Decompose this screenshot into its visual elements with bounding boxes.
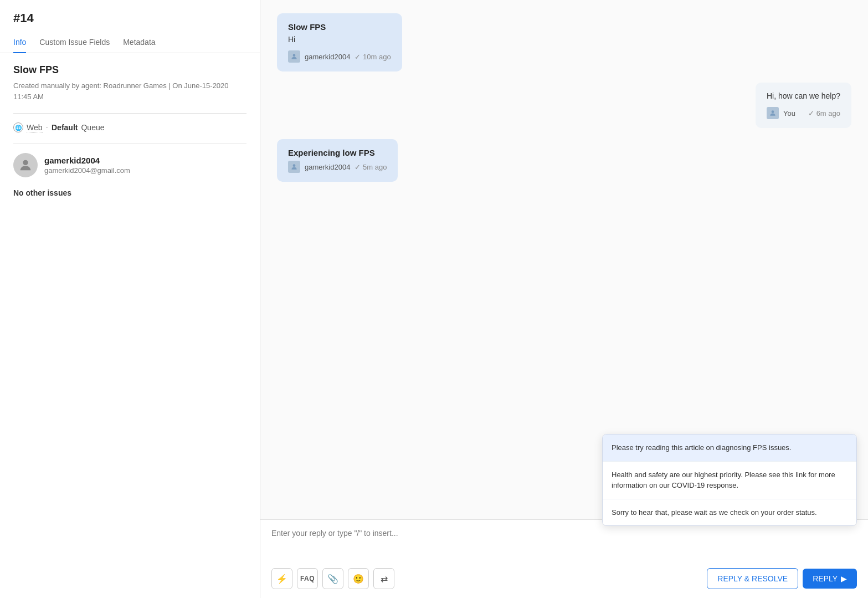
- tab-info[interactable]: Info: [13, 32, 26, 53]
- source-row: 🌐 Web · Default Queue: [13, 122, 246, 132]
- svg-point-2: [772, 110, 774, 113]
- tab-custom-fields[interactable]: Custom Issue Fields: [39, 32, 110, 53]
- message-2-body: Hi, how can we help?: [767, 91, 840, 100]
- faq-button[interactable]: FAQ: [297, 568, 318, 589]
- message-3-user-icon: [288, 161, 300, 173]
- check-icon-2: ✓: [808, 109, 814, 117]
- reply-resolve-button[interactable]: REPLY & RESOLVE: [707, 568, 798, 589]
- svg-point-3: [293, 164, 296, 167]
- message-1-body: Hi: [288, 35, 391, 44]
- message-3-time: ✓ 5m ago: [355, 163, 387, 171]
- message-2-time: ✓ 6m ago: [808, 109, 840, 117]
- sidebar: #14 Info Custom Issue Fields Metadata Sl…: [0, 0, 260, 598]
- message-1-title: Slow FPS: [288, 22, 391, 32]
- source-label: Web: [27, 123, 43, 132]
- message-3-title: Experiencing low FPS: [288, 148, 387, 157]
- reply-area: ⚡ FAQ 📎 🙂 ⇄ REPLY & RESOLVE REPLY ▶: [260, 519, 868, 598]
- divider-1: [13, 113, 246, 114]
- message-2-footer: You ✓ 6m ago: [767, 107, 840, 119]
- issue-title: Slow FPS: [13, 64, 246, 76]
- tab-metadata[interactable]: Metadata: [123, 32, 155, 53]
- issue-number: #14: [0, 0, 260, 32]
- no-other-issues: No other issues: [13, 188, 246, 197]
- suggestion-1[interactable]: Please try reading this article on diagn…: [603, 435, 856, 462]
- message-3-footer: gamerkid2004 ✓ 5m ago: [288, 161, 387, 173]
- svg-point-0: [23, 160, 28, 165]
- message-2: Hi, how can we help? You ✓ 6m ago: [756, 83, 851, 128]
- emoji-button[interactable]: 🙂: [348, 568, 369, 589]
- lightning-button[interactable]: ⚡: [271, 568, 292, 589]
- dot-separator: ·: [46, 122, 48, 132]
- message-1-time: ✓ 10m ago: [355, 53, 391, 61]
- avatar: [13, 153, 38, 177]
- suggestions-dropdown: Please try reading this article on diagn…: [602, 434, 857, 526]
- web-icon: 🌐: [13, 122, 23, 132]
- svg-point-1: [293, 54, 296, 57]
- customer-name: gamerkid2004: [44, 156, 130, 165]
- reply-button[interactable]: REPLY ▶: [803, 569, 857, 589]
- sidebar-content: Slow FPS Created manually by agent: Road…: [0, 53, 260, 208]
- reply-toolbar: ⚡ FAQ 📎 🙂 ⇄ REPLY & RESOLVE REPLY ▶: [271, 568, 857, 589]
- message-3-username: gamerkid2004: [305, 163, 350, 171]
- customer-row: gamerkid2004 gamerkid2004@gmail.com: [13, 153, 246, 177]
- transfer-button[interactable]: ⇄: [373, 568, 394, 589]
- customer-email: gamerkid2004@gmail.com: [44, 166, 130, 175]
- queue-bold: Default: [52, 123, 78, 132]
- queue-text: Queue: [81, 123, 104, 132]
- suggestion-3[interactable]: Sorry to hear that, please wait as we ch…: [603, 499, 856, 526]
- check-icon-1: ✓: [355, 53, 361, 61]
- tabs: Info Custom Issue Fields Metadata: [0, 32, 260, 53]
- message-1-user-icon: [288, 50, 300, 63]
- message-2-username: You: [783, 109, 795, 117]
- reply-input[interactable]: [271, 529, 857, 562]
- message-1: Slow FPS Hi gamerkid2004 ✓ 10m ago: [277, 13, 402, 71]
- divider-2: [13, 144, 246, 144]
- customer-info: gamerkid2004 gamerkid2004@gmail.com: [44, 156, 130, 175]
- check-icon-3: ✓: [355, 163, 361, 171]
- message-2-user-icon: [767, 107, 779, 119]
- suggestion-2[interactable]: Health and safety are our highest priori…: [603, 462, 856, 499]
- message-3: Experiencing low FPS gamerkid2004 ✓ 5m a…: [277, 139, 398, 182]
- main-panel: Slow FPS Hi gamerkid2004 ✓ 10m ago Hi, h…: [260, 0, 868, 598]
- message-1-footer: gamerkid2004 ✓ 10m ago: [288, 50, 391, 63]
- reply-arrow-icon: ▶: [841, 574, 847, 583]
- message-1-username: gamerkid2004: [305, 53, 350, 61]
- issue-meta: Created manually by agent: Roadrunner Ga…: [13, 80, 246, 102]
- attach-button[interactable]: 📎: [322, 568, 343, 589]
